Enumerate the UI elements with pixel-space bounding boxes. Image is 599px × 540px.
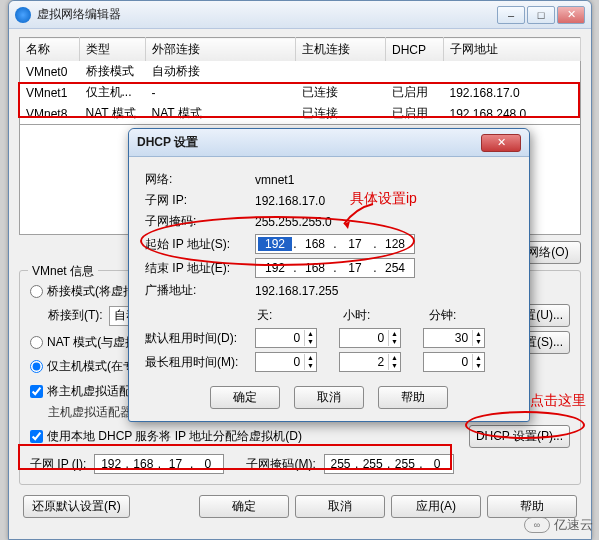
col-min: 分钟:: [427, 307, 513, 324]
table-row[interactable]: VMnet1仅主机...-已连接已启用192.168.17.0: [20, 82, 581, 103]
dhcp-net-value: vmnet1: [255, 173, 294, 187]
maximize-button[interactable]: □: [527, 6, 555, 24]
dhcp-net-label: 网络:: [145, 171, 255, 188]
dhcp-mask-label: 子网掩码:: [145, 213, 255, 230]
apply-button[interactable]: 应用(A): [391, 495, 481, 518]
col-hour: 小时:: [341, 307, 427, 324]
table-header-row: 名称 类型 外部连接 主机连接 DHCP 子网地址: [20, 38, 581, 62]
watermark-text: 亿速云: [554, 516, 593, 534]
window-title: 虚拟网络编辑器: [37, 6, 495, 23]
subnet-ip-label: 子网 IP (I):: [30, 456, 86, 473]
dhcp-subnetip-value: 192.168.17.0: [255, 194, 325, 208]
start-ip-input[interactable]: 192.168.17.128: [255, 234, 415, 254]
ok-button[interactable]: 确定: [199, 495, 289, 518]
col-type: 类型: [80, 38, 146, 62]
col-day: 天:: [255, 307, 341, 324]
dhcp-subnetip-label: 子网 IP:: [145, 192, 255, 209]
end-ip-input[interactable]: 192.168.17.254: [255, 258, 415, 278]
dhcp-titlebar[interactable]: DHCP 设置 ✕: [129, 129, 529, 157]
host-adapter-checkbox[interactable]: [30, 385, 43, 398]
max-lease-hour[interactable]: 2▲▼: [339, 352, 401, 372]
close-button[interactable]: ✕: [557, 6, 585, 24]
help-button[interactable]: 帮助: [487, 495, 577, 518]
dhcp-ok-button[interactable]: 确定: [210, 386, 280, 409]
minimize-button[interactable]: –: [497, 6, 525, 24]
max-lease-min[interactable]: 0▲▼: [423, 352, 485, 372]
network-table[interactable]: 名称 类型 外部连接 主机连接 DHCP 子网地址 VMnet0桥接模式自动桥接…: [19, 37, 581, 125]
default-lease-day[interactable]: 0▲▼: [255, 328, 317, 348]
dhcp-settings-button[interactable]: DHCP 设置(P)...: [469, 425, 570, 448]
bridge-mode-radio[interactable]: [30, 285, 43, 298]
watermark: ∞ 亿速云: [524, 516, 593, 534]
subnet-ip-input[interactable]: 192.168.17.0: [94, 454, 224, 474]
broadcast-label: 广播地址:: [145, 282, 255, 299]
dhcp-service-checkbox[interactable]: [30, 430, 43, 443]
hostonly-mode-radio[interactable]: [30, 360, 43, 373]
col-host: 主机连接: [296, 38, 386, 62]
dhcp-help-button[interactable]: 帮助: [378, 386, 448, 409]
end-ip-label: 结束 IP 地址(E):: [145, 260, 255, 277]
dhcp-settings-dialog: DHCP 设置 ✕ 网络:vmnet1 子网 IP:192.168.17.0 子…: [128, 128, 530, 422]
start-ip-label: 起始 IP 地址(S):: [145, 236, 255, 253]
subnet-mask-label: 子网掩码(M):: [246, 456, 315, 473]
watermark-icon: ∞: [524, 517, 550, 533]
broadcast-value: 192.168.17.255: [255, 284, 338, 298]
nat-mode-radio[interactable]: [30, 336, 43, 349]
max-lease-day[interactable]: 0▲▼: [255, 352, 317, 372]
default-lease-label: 默认租用时间(D):: [145, 330, 255, 347]
dhcp-service-label: 使用本地 DHCP 服务将 IP 地址分配给虚拟机(D): [47, 428, 302, 445]
subnet-mask-input[interactable]: 255.255.255.0: [324, 454, 454, 474]
max-lease-label: 最长租用时间(M):: [145, 354, 255, 371]
titlebar[interactable]: 虚拟网络编辑器 – □ ✕: [9, 1, 591, 29]
col-dhcp: DHCP: [386, 38, 444, 62]
default-lease-min[interactable]: 30▲▼: [423, 328, 485, 348]
restore-defaults-button[interactable]: 还原默认设置(R): [23, 495, 130, 518]
dhcp-close-button[interactable]: ✕: [481, 134, 521, 152]
table-row[interactable]: VMnet8NAT 模式NAT 模式已连接已启用192.168.248.0: [20, 103, 581, 125]
cancel-button[interactable]: 取消: [295, 495, 385, 518]
bridge-to-label: 桥接到(T):: [48, 307, 103, 324]
table-row[interactable]: VMnet0桥接模式自动桥接: [20, 61, 581, 82]
dhcp-title: DHCP 设置: [137, 134, 481, 151]
col-subnet: 子网地址: [444, 38, 581, 62]
app-icon: [15, 7, 31, 23]
col-external: 外部连接: [146, 38, 296, 62]
group-legend: VMnet 信息: [28, 263, 98, 280]
col-name: 名称: [20, 38, 80, 62]
dhcp-mask-value: 255.255.255.0: [255, 215, 332, 229]
dhcp-cancel-button[interactable]: 取消: [294, 386, 364, 409]
default-lease-hour[interactable]: 0▲▼: [339, 328, 401, 348]
